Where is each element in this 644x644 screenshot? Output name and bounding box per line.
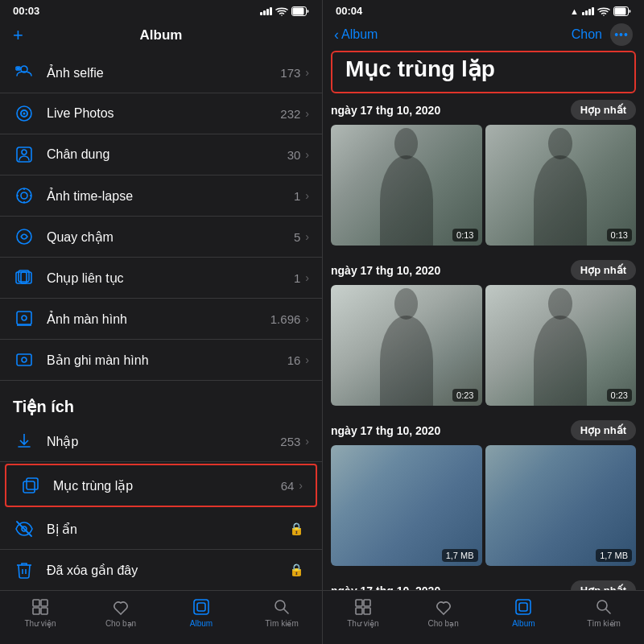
wifi-icon — [275, 6, 288, 16]
duplicates-icon — [19, 474, 42, 497]
album-item-screenrecord[interactable]: Bản ghi màn hình 16 › — [0, 340, 322, 381]
right-battery-icon — [613, 6, 631, 16]
dup-group-4: ngày 17 thg 10, 2020 Hợp nhất 0:26 0:26 — [331, 574, 636, 590]
merge-button-4[interactable]: Hợp nhất — [571, 580, 636, 590]
album-item-burst[interactable]: Chụp liên tục 1 › — [0, 258, 322, 299]
deleted-icon — [13, 559, 35, 581]
left-time: 00:03 — [13, 5, 39, 17]
svg-rect-34 — [194, 600, 208, 614]
dup-photo-3-2[interactable]: 1,7 MB — [485, 445, 637, 566]
svg-rect-30 — [33, 600, 39, 606]
album-item-timelapse[interactable]: Ảnh time-lapse 1 › — [0, 175, 322, 217]
photo-badge-1-1: 0:13 — [452, 229, 477, 242]
svg-point-11 — [17, 188, 31, 203]
selfie-name: Ảnh selfie — [47, 65, 280, 80]
album-item-duplicates[interactable]: Mục trùng lặp 64 › — [5, 464, 317, 507]
tab-library-label: Thư viện — [24, 619, 56, 628]
hidden-icon — [13, 518, 35, 540]
left-status-bar: 00:03 — [0, 0, 322, 20]
svg-rect-26 — [23, 481, 35, 493]
right-signal-icon — [582, 6, 594, 15]
svg-rect-40 — [615, 7, 626, 14]
timelapse-icon — [13, 184, 35, 207]
duplicates-count: 64 — [281, 479, 295, 493]
svg-point-0 — [281, 14, 283, 16]
screenshot-count: 1.696 — [270, 312, 301, 326]
slowmo-icon — [13, 225, 35, 248]
photo-badge-2-2: 0:23 — [607, 389, 632, 402]
dup-photo-1-1[interactable]: 0:13 — [331, 125, 482, 246]
dup-group-1-photos: 0:13 0:13 — [331, 125, 636, 246]
svg-point-38 — [603, 14, 605, 16]
screenrecord-chevron: › — [305, 353, 309, 366]
right-library-tab-icon — [353, 597, 373, 617]
import-chevron: › — [305, 435, 309, 448]
slowmo-count: 5 — [294, 230, 300, 244]
tab-library[interactable]: Thư viện — [0, 597, 80, 628]
svg-point-5 — [18, 68, 19, 69]
tab-foryou[interactable]: Cho bạn — [80, 597, 161, 628]
album-item-selfie[interactable]: Ảnh selfie 173 › — [0, 52, 322, 93]
tab-search[interactable]: Tìm kiếm — [242, 597, 322, 628]
dup-group-4-header: ngày 17 thg 10, 2020 Hợp nhất — [331, 574, 636, 590]
right-status-bar: 00:04 ▲ — [323, 0, 644, 20]
burst-icon — [13, 266, 35, 289]
dup-group-2-header: ngày 17 thg 10, 2020 Hợp nhất — [331, 254, 636, 285]
chon-button[interactable]: Chon — [572, 27, 602, 42]
duplicates-name: Mục trùng lặp — [53, 478, 281, 493]
dup-group-4-date: ngày 17 thg 10, 2020 — [331, 584, 440, 591]
right-search-tab-icon — [594, 597, 613, 617]
album-item-live[interactable]: Live Photos 232 › — [0, 93, 322, 134]
album-item-hidden[interactable]: Bị ẩn 🔒 — [0, 509, 322, 550]
svg-point-17 — [17, 229, 31, 244]
album-item-deleted[interactable]: Đã xóa gần đây 🔒 — [0, 550, 322, 590]
tab-foryou-label: Cho bạn — [105, 619, 136, 628]
slowmo-name: Quay chậm — [47, 229, 294, 245]
svg-line-48 — [606, 609, 611, 614]
right-tab-foryou[interactable]: Cho bạn — [403, 597, 484, 628]
right-tab-bar: Thư viện Cho bạn Album Tìm kiếm — [323, 590, 644, 644]
dup-group-1-header: ngày 17 thg 10, 2020 Hợp nhất — [331, 93, 636, 125]
merge-button-2[interactable]: Hợp nhất — [571, 260, 636, 280]
right-tab-album[interactable]: Album — [484, 597, 564, 628]
burst-count: 1 — [294, 271, 300, 285]
add-icon[interactable]: + — [13, 25, 23, 45]
album-item-slowmo[interactable]: Quay chậm 5 › — [0, 217, 322, 258]
left-status-icons — [260, 6, 309, 16]
album-item-screenshot[interactable]: Ảnh màn hình 1.696 › — [0, 299, 322, 340]
album-item-portrait[interactable]: Chân dung 30 › — [0, 134, 322, 175]
back-label: Album — [341, 27, 378, 42]
screenshot-icon — [13, 308, 35, 330]
live-chevron: › — [305, 107, 309, 120]
selfie-icon — [13, 61, 35, 84]
album-item-import[interactable]: Nhập 253 › — [0, 421, 322, 462]
merge-button-3[interactable]: Hợp nhất — [571, 420, 636, 440]
merge-button-1[interactable]: Hợp nhất — [571, 100, 636, 120]
right-tab-foryou-label: Cho bạn — [428, 619, 459, 628]
dup-photo-3-1[interactable]: 1,7 MB — [331, 445, 482, 566]
svg-point-10 — [22, 150, 27, 155]
right-foryou-tab-icon — [434, 597, 453, 617]
right-wifi-icon — [597, 6, 610, 16]
tab-album[interactable]: Album — [161, 597, 242, 628]
right-status-icons: ▲ — [570, 6, 631, 16]
timelapse-count: 1 — [294, 189, 300, 203]
tab-search-label: Tìm kiếm — [265, 619, 299, 628]
dup-photo-2-1[interactable]: 0:23 — [331, 285, 482, 406]
svg-point-25 — [22, 357, 27, 362]
timelapse-name: Ảnh time-lapse — [47, 188, 294, 204]
right-nav-actions: Chon ••• — [572, 23, 633, 46]
more-button[interactable]: ••• — [610, 23, 633, 46]
dup-photo-1-2[interactable]: 0:13 — [485, 125, 637, 246]
dup-photo-2-2[interactable]: 0:23 — [485, 285, 637, 406]
duplicate-list: ngày 17 thg 10, 2020 Hợp nhất 0:13 0:13 … — [323, 93, 644, 590]
right-tab-library[interactable]: Thư viện — [323, 597, 403, 628]
svg-rect-46 — [519, 603, 527, 611]
photo-badge-2-1: 0:23 — [452, 389, 477, 402]
back-button[interactable]: ‹ Album — [334, 27, 378, 43]
utility-section-header: Tiện ích — [0, 381, 322, 421]
right-tab-search[interactable]: Tìm kiếm — [564, 597, 644, 628]
svg-point-12 — [21, 192, 27, 199]
left-top-bar: + Album — [0, 20, 322, 52]
add-button[interactable]: + — [13, 25, 37, 46]
